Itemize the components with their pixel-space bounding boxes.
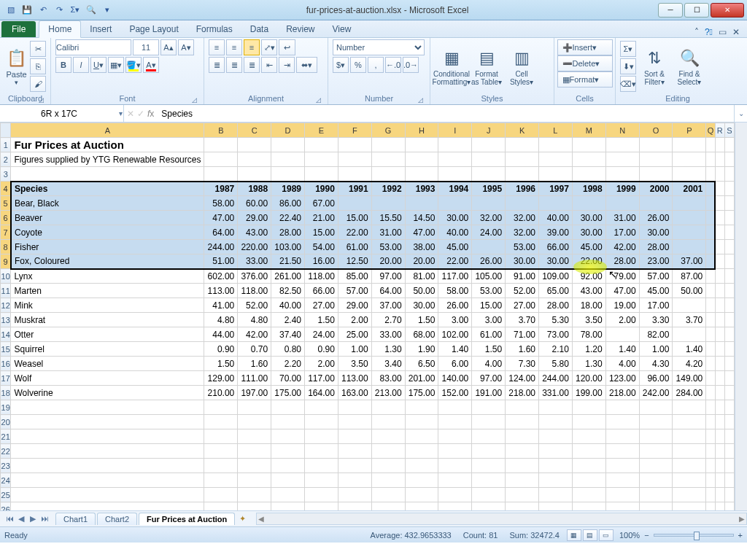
cell[interactable]: 1.40 [605, 342, 639, 357]
cell[interactable] [673, 167, 706, 182]
cell[interactable]: 1993 [405, 182, 438, 196]
cell[interactable]: 2001 [673, 182, 706, 196]
cell[interactable] [715, 415, 724, 429]
cell[interactable] [605, 138, 639, 152]
cell[interactable] [673, 444, 706, 459]
cell[interactable] [11, 459, 204, 473]
cell[interactable]: 1.50 [405, 313, 438, 327]
column-header[interactable]: Q [706, 123, 715, 138]
cell[interactable] [338, 502, 371, 511]
cell[interactable] [371, 196, 405, 211]
cell[interactable] [673, 415, 706, 429]
cell[interactable] [715, 357, 724, 371]
cell[interactable]: 47.00 [405, 225, 438, 240]
cell[interactable] [724, 240, 734, 254]
tab-insert[interactable]: Insert [81, 21, 120, 37]
cell[interactable] [506, 196, 539, 211]
cell[interactable] [11, 400, 204, 415]
sort-filter-button[interactable]: ⇅Sort &Filter▾ [638, 47, 671, 86]
column-header[interactable]: N [605, 123, 639, 138]
cell[interactable] [472, 473, 506, 488]
cell[interactable] [605, 429, 639, 444]
cell[interactable] [572, 444, 605, 459]
qat-menu-icon[interactable]: ▾ [101, 4, 114, 17]
cell[interactable]: 3.50 [338, 357, 371, 371]
cell[interactable] [605, 502, 639, 511]
cell[interactable] [438, 473, 472, 488]
cell[interactable]: 4.80 [238, 313, 271, 327]
cell[interactable] [673, 459, 706, 473]
format-cells-button[interactable]: ▦ Format ▾ [557, 71, 613, 88]
cell[interactable] [706, 400, 715, 415]
cell[interactable] [539, 502, 573, 511]
cell[interactable]: 15.50 [371, 211, 405, 225]
cell[interactable] [371, 444, 405, 459]
cell[interactable] [706, 211, 715, 225]
cell[interactable] [405, 152, 438, 167]
wrap-text-button[interactable]: ↩ [279, 39, 295, 55]
cell[interactable]: 18.00 [572, 298, 605, 313]
cell[interactable]: 83.00 [371, 371, 405, 386]
cell[interactable] [673, 196, 706, 211]
cell[interactable]: 30.00 [438, 211, 472, 225]
cell[interactable] [706, 371, 715, 386]
cell[interactable] [724, 211, 734, 225]
cell[interactable]: 1995 [472, 182, 506, 196]
column-header[interactable]: K [506, 123, 539, 138]
cell[interactable]: Mink [11, 298, 204, 313]
cell[interactable]: 201.00 [405, 371, 438, 386]
row-header[interactable]: 8 [1, 240, 11, 254]
cell[interactable] [572, 473, 605, 488]
cell[interactable]: 175.00 [271, 386, 305, 400]
cell[interactable] [204, 459, 238, 473]
cell[interactable]: 96.00 [639, 371, 673, 386]
cell[interactable]: 261.00 [271, 269, 305, 284]
cell[interactable] [706, 429, 715, 444]
align-middle-button[interactable]: ≡ [226, 39, 242, 55]
cell[interactable] [724, 152, 734, 167]
cell[interactable]: 33.00 [238, 254, 271, 269]
cell[interactable]: 1.40 [673, 342, 706, 357]
autosum-icon[interactable]: Σ▾ [69, 4, 82, 17]
row-header[interactable]: 20 [1, 415, 11, 429]
cell[interactable] [271, 138, 305, 152]
cell[interactable]: 42.00 [238, 327, 271, 342]
cell[interactable] [371, 459, 405, 473]
cell[interactable]: 31.00 [605, 211, 639, 225]
cell[interactable]: Weasel [11, 357, 204, 371]
cell[interactable] [506, 473, 539, 488]
cell[interactable] [438, 502, 472, 511]
grow-font-button[interactable]: A▴ [160, 39, 177, 55]
cell[interactable] [706, 415, 715, 429]
cell[interactable]: 50.00 [405, 284, 438, 298]
cell[interactable]: 210.00 [204, 386, 238, 400]
cell[interactable] [204, 444, 238, 459]
cell[interactable]: 152.00 [438, 386, 472, 400]
cell[interactable] [706, 386, 715, 400]
cell[interactable] [238, 429, 271, 444]
cell[interactable] [715, 152, 724, 167]
fill-color-button[interactable]: 🪣▾ [125, 57, 142, 73]
cell[interactable]: 53.00 [506, 240, 539, 254]
cell[interactable] [715, 240, 724, 254]
increase-decimal-button[interactable]: ←.0 [385, 57, 401, 73]
underline-button[interactable]: U▾ [90, 57, 107, 73]
cell[interactable] [539, 429, 573, 444]
cell[interactable] [506, 400, 539, 415]
cell[interactable] [338, 196, 371, 211]
cell[interactable] [673, 211, 706, 225]
cell[interactable] [715, 225, 724, 240]
expand-formula-bar[interactable]: ⌄ [734, 105, 747, 122]
cell[interactable]: 103.00 [271, 240, 305, 254]
cell[interactable]: 111.00 [238, 371, 271, 386]
cell[interactable] [706, 313, 715, 327]
view-page-break-button[interactable]: ▭ [599, 529, 614, 541]
cell[interactable] [539, 444, 573, 459]
cell[interactable]: 3.50 [572, 313, 605, 327]
cell[interactable] [724, 284, 734, 298]
sheet-tab[interactable]: Chart2 [97, 513, 137, 525]
cell[interactable]: 0.70 [238, 342, 271, 357]
cell[interactable]: 37.00 [673, 254, 706, 269]
cell[interactable]: 15.00 [472, 298, 506, 313]
cell[interactable]: 54.00 [304, 240, 338, 254]
